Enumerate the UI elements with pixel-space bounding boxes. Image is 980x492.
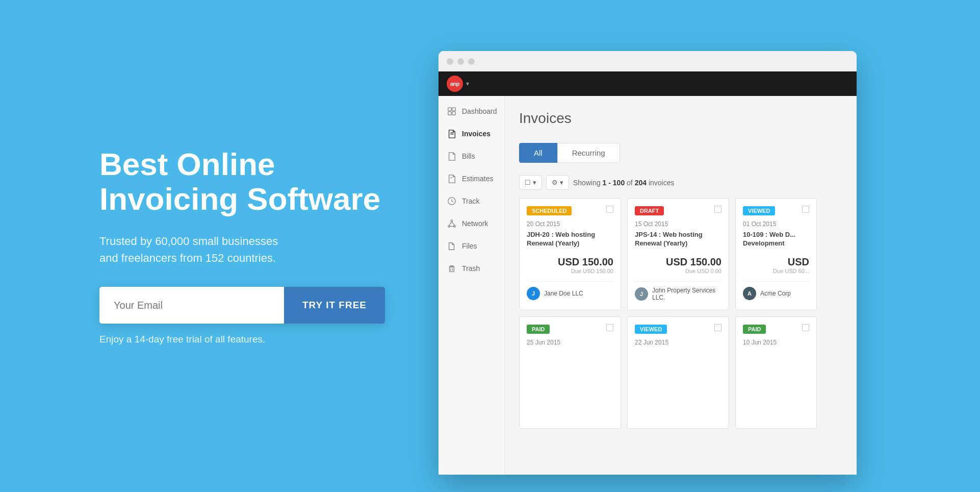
invoice-card[interactable]: VIEWED 01 Oct 2015 10-109 : Web D... Dev… — [735, 198, 817, 310]
sidebar-label: Estimates — [462, 175, 493, 183]
toolbar: ☐ ▾ ⚙ ▾ Showing 1 - 100 of 204 invoices — [505, 171, 857, 198]
invoice-grid-row2: PAID 25 Jun 2015 VIEWED 22 Jun 2015 PAID… — [505, 310, 857, 429]
sidebar-label: Trash — [462, 264, 480, 273]
bills-icon — [447, 151, 457, 161]
estimates-icon — [447, 174, 457, 184]
filter-tabs: All Recurring — [519, 143, 842, 163]
svg-point-8 — [451, 220, 453, 222]
card-checkbox[interactable] — [802, 324, 809, 331]
files-icon — [447, 241, 457, 251]
count-text: 204 — [635, 179, 647, 187]
invoice-due: Due USD 0.00 — [635, 268, 721, 274]
svg-rect-0 — [448, 108, 451, 111]
invoice-card[interactable]: VIEWED 22 Jun 2015 — [627, 316, 729, 429]
card-checkbox[interactable] — [606, 324, 613, 331]
invoice-grid-row1: SCHEDULED 20 Oct 2015 JDH-20 : Web hosti… — [505, 198, 857, 310]
gear-dropdown-arrow: ▾ — [560, 179, 563, 186]
logo-chevron-icon: ▾ — [466, 80, 469, 87]
sidebar: Dashboard Invoices Bills — [439, 96, 505, 475]
invoice-desc: JDH-20 : Web hosting Renewal (Yearly) — [527, 231, 613, 248]
app-preview: anp ▾ Dashboard — [439, 0, 980, 492]
invoice-date: 10 Jun 2015 — [743, 339, 809, 346]
filter-tab-recurring[interactable]: Recurring — [557, 143, 620, 163]
hero-section: Best Online Invoicing Software Trusted b… — [0, 0, 439, 492]
sidebar-label: Track — [462, 197, 479, 205]
invoice-date: 25 Jun 2015 — [527, 339, 613, 346]
sidebar-item-network[interactable]: Network — [439, 212, 504, 235]
checkbox-dropdown[interactable]: ☐ ▾ — [519, 175, 542, 190]
filter-tab-all[interactable]: All — [519, 143, 557, 163]
main-content: Invoices All Recurring ☐ ▾ — [505, 96, 857, 475]
card-checkbox[interactable] — [802, 206, 809, 213]
svg-rect-1 — [452, 108, 455, 111]
svg-line-12 — [452, 222, 454, 225]
sidebar-item-dashboard[interactable]: Dashboard — [439, 100, 504, 122]
invoice-card[interactable]: PAID 25 Jun 2015 — [519, 316, 621, 429]
card-checkbox[interactable] — [606, 206, 613, 213]
invoice-amount: USD 150.00 — [527, 256, 613, 268]
sidebar-item-trash[interactable]: Trash — [439, 257, 504, 280]
range-text: 1 - 100 — [603, 179, 625, 187]
client-name: Jane Doe LLC — [544, 290, 583, 297]
sidebar-item-bills[interactable]: Bills — [439, 145, 504, 167]
showing-text: Showing 1 - 100 of 204 invoices — [573, 179, 674, 187]
invoice-due: Due USD 150.00 — [527, 268, 613, 274]
svg-line-11 — [449, 222, 452, 225]
gear-icon: ⚙ — [552, 179, 558, 186]
invoice-client: J John Property Services LLC. — [635, 281, 721, 301]
invoice-date: 15 Oct 2015 — [635, 220, 721, 228]
trial-text: Enjoy a 14-day free trial of all feature… — [99, 334, 439, 345]
dashboard-icon — [447, 106, 457, 116]
invoice-card[interactable]: DRAFT 15 Oct 2015 JPS-14 : Web hosting R… — [627, 198, 729, 310]
sidebar-item-invoices[interactable]: Invoices — [439, 122, 504, 145]
app-navbar: anp ▾ — [439, 71, 857, 96]
invoice-date: 22 Jun 2015 — [635, 339, 721, 346]
svg-rect-2 — [448, 112, 451, 115]
invoice-card[interactable]: PAID 10 Jun 2015 — [735, 316, 817, 429]
status-badge: SCHEDULED — [527, 206, 572, 215]
invoice-desc: JPS-14 : Web hosting Renewal (Yearly) — [635, 231, 721, 248]
sidebar-item-files[interactable]: Files — [439, 235, 504, 257]
track-icon — [447, 196, 457, 206]
window-dot-minimize — [457, 58, 464, 65]
svg-rect-14 — [450, 267, 454, 272]
sidebar-item-estimates[interactable]: Estimates — [439, 167, 504, 190]
client-name: Acme Corp — [760, 290, 791, 297]
invoice-client: J Jane Doe LLC — [527, 281, 613, 300]
status-badge: PAID — [527, 325, 550, 334]
invoice-amount: USD — [743, 256, 809, 268]
page-title: Invoices — [519, 110, 842, 127]
status-badge: VIEWED — [635, 325, 667, 334]
sidebar-label: Files — [462, 242, 477, 250]
dropdown-arrow-icon: ▾ — [533, 179, 536, 186]
window-body: Dashboard Invoices Bills — [439, 96, 857, 475]
window-titlebar — [439, 51, 857, 71]
hero-subtitle: Trusted by 60,000 small businesses and f… — [99, 233, 439, 266]
invoice-amount: USD 150.00 — [635, 256, 721, 268]
status-badge: VIEWED — [743, 206, 775, 215]
try-free-button[interactable]: TRY IT FREE — [284, 287, 385, 324]
invoice-due: Due USD 60... — [743, 268, 809, 274]
window-main: anp ▾ Dashboard — [439, 71, 857, 475]
invoices-icon — [447, 129, 457, 139]
card-checkbox[interactable] — [714, 324, 721, 331]
card-checkbox[interactable] — [714, 206, 721, 213]
email-input[interactable] — [99, 287, 284, 324]
settings-dropdown[interactable]: ⚙ ▾ — [546, 175, 569, 190]
invoice-client: A Acme Corp — [743, 281, 809, 300]
app-logo: anp — [447, 76, 463, 92]
checkbox-icon: ☐ — [525, 179, 531, 186]
status-badge: DRAFT — [635, 206, 664, 215]
network-icon — [447, 218, 457, 229]
hero-title: Best Online Invoicing Software — [99, 147, 439, 216]
signup-form: TRY IT FREE — [99, 287, 385, 324]
invoice-date: 01 Oct 2015 — [743, 220, 809, 228]
client-avatar: A — [743, 287, 756, 300]
trash-icon — [447, 263, 457, 274]
invoice-date: 20 Oct 2015 — [527, 220, 613, 228]
invoice-card[interactable]: SCHEDULED 20 Oct 2015 JDH-20 : Web hosti… — [519, 198, 621, 310]
invoice-desc: 10-109 : Web D... Development — [743, 231, 809, 248]
sidebar-item-track[interactable]: Track — [439, 190, 504, 212]
client-name: John Property Services LLC. — [652, 287, 721, 301]
window-dot-maximize — [468, 58, 475, 65]
